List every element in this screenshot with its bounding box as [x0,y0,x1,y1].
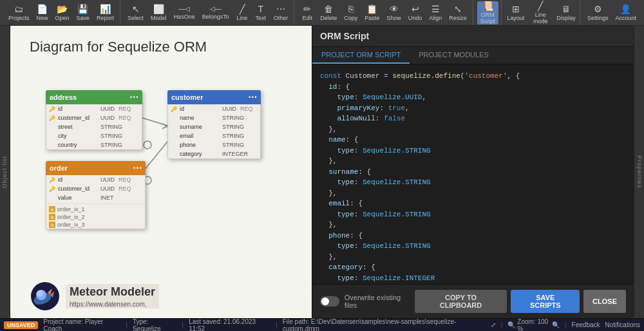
hasone-button[interactable]: —◁ HasOne [171,1,198,24]
open-button[interactable]: 📂 Open [52,1,73,24]
entity-order-header: order ⋯ [46,161,146,175]
align-button[interactable]: ☰ Align [426,1,445,24]
table-row: 🔑 customer_id UUID REQ [46,113,142,122]
statusbar-right: ⤢ | 🔍 Zoom: 100 % 🔍 | Feedback Notificat… [491,318,640,332]
table-row: 🔑 id UUID REQ [46,104,142,113]
orm-script-button[interactable]: 📜 ORM Script [477,1,498,24]
belongsto-icon: ◁— [210,6,222,12]
svg-point-1 [144,141,151,149]
delete-button[interactable]: 🗑 Delete [317,1,340,24]
entity-order[interactable]: order ⋯ 🔑 id UUID REQ 🔑 customer_id UUID… [46,161,146,229]
zoom-in-icon[interactable]: 🔍 [552,321,560,328]
orm-buttons: COPY TO CLIPBOARD SAVE SCRIPTS CLOSE [415,290,626,313]
unsaved-badge: UNSAVED [4,321,38,329]
overwrite-toggle[interactable] [320,296,339,307]
projects-button[interactable]: 🗂 Projects [5,1,33,24]
display-button[interactable]: 🖥 Display [555,1,577,24]
key-icon: 🔑 [49,177,55,183]
list-item: ix order_ix_1 [46,205,145,213]
table-row: 🔑 id UUID REQ [168,104,260,113]
orm-panel: ORM Script PROJECT ORM SCRIPT PROJECT MO… [312,26,634,318]
edit-icon: ✏ [303,5,311,14]
type-info: Type: Sequelize [133,318,177,332]
table-row: 🔑 id UUID REQ [46,175,145,184]
toolbar-group-file: 🗂 Projects 📄 New 📂 Open 💾 Save 📊 Report [3,0,120,25]
toolbar-group-edit: ✏ Edit 🗑 Delete ⎘ Copy 📋 Paste 👁 Show ↩ … [296,0,473,25]
toggle-knob [321,298,329,305]
save-scripts-button[interactable]: SAVE SCRIPTS [511,290,580,313]
model-icon: ⬜ [153,5,164,14]
text-button[interactable]: T Text [252,1,270,24]
close-button[interactable]: CLOSE [583,290,626,313]
edit-button[interactable]: ✏ Edit [298,1,316,24]
file-path: File path: E:\Dev\Datensen\samples\new-s… [283,318,486,332]
table-row: name STRING [168,113,260,122]
entity-address-header: address ⋯ [46,90,142,104]
select-icon: ↖ [132,5,140,14]
report-button[interactable]: 📊 Report [93,1,117,24]
diagram-canvas[interactable]: Diagram for Sequelize ORM address ⋯ 🔑 [10,26,312,318]
delete-icon: 🗑 [324,5,333,14]
zoom-control: 🔍 Zoom: 100 % 🔍 [507,318,560,332]
select-button[interactable]: ↖ Select [124,1,147,24]
belongsto-button[interactable]: ◁— BelongsTo [199,1,232,24]
layout-button[interactable]: ⊞ Layout [506,1,526,24]
notifications-link[interactable]: Notifications [605,321,640,328]
tab-project-orm-script[interactable]: PROJECT ORM SCRIPT [312,47,410,64]
main-area: Object list Diagram for Sequelize ORM ad… [0,26,644,318]
entity-address[interactable]: address ⋯ 🔑 id UUID REQ 🔑 customer_id UU… [46,90,142,150]
display-icon: 🖥 [562,5,571,14]
paste-button[interactable]: 📋 Paste [361,1,383,24]
fullscreen-icon[interactable]: ⤢ [491,321,496,328]
other-button[interactable]: ⋯ Other [270,1,292,24]
table-row: country STRING [46,140,142,149]
table-row: surname STRING [168,122,260,131]
resize-button[interactable]: ⤡ Resize [446,1,470,24]
toolbar-group-settings: ⚙ Settings 👤 Account [582,0,642,25]
copy-icon: ⎘ [348,5,354,14]
undo-button[interactable]: ↩ Undo [405,1,426,24]
entity-customer[interactable]: customer ⋯ 🔑 id UUID REQ name STRING sur [167,90,261,159]
zoom-out-icon[interactable]: 🔍 [507,321,515,328]
last-saved: Last saved: 21.06.2023 11:52 [189,318,270,332]
toolbar-group-tools: ↖ Select ⬜ Model —◁ HasOne ◁— BelongsTo … [122,0,294,25]
account-button[interactable]: 👤 Account [612,1,639,24]
other-icon: ⋯ [276,5,285,14]
layout-icon: ⊞ [512,5,520,14]
copy-button[interactable]: ⎘ Copy [341,1,361,24]
entity-customer-header: customer ⋯ [167,90,261,104]
feedback-link[interactable]: Feedback [572,321,600,328]
new-button[interactable]: 📄 New [33,1,52,24]
table-row: 🔑 customer_id UUID REQ [46,184,145,193]
line-icon: ╱ [240,5,245,14]
index-icon: ix [49,214,55,220]
linemode-button[interactable]: ╱ Line mode [527,1,555,24]
paste-icon: 📋 [366,5,377,14]
tab-project-modules[interactable]: PROJECT MODULES [410,47,498,64]
table-row: value INET [46,193,145,202]
left-sidebar-tab[interactable]: Object list [0,26,10,318]
toolbar: 🗂 Projects 📄 New 📂 Open 💾 Save 📊 Report … [0,0,644,26]
orm-footer: Overwrite existing files COPY TO CLIPBOA… [312,284,634,318]
brand-logo [30,281,61,312]
list-item: ix order_ix_2 [46,213,145,221]
line-button[interactable]: ╱ Line [233,1,251,24]
settings-icon: ⚙ [594,5,602,14]
linemode-icon: ╱ [538,1,543,10]
list-item: ix order_ix_3 [46,221,145,229]
save-icon: 💾 [77,5,88,14]
right-sidebar-tab[interactable]: Properties [634,26,644,318]
zoom-level: Zoom: 100 % [517,318,550,332]
settings-button[interactable]: ⚙ Settings [584,1,612,24]
orm-panel-title: ORM Script [312,26,634,47]
statusbar: UNSAVED Project name: Player Coach | Typ… [0,318,644,331]
projects-icon: 🗂 [14,5,23,14]
fk-icon: 🔑 [49,115,55,121]
undo-icon: ↩ [412,5,419,14]
show-button[interactable]: 👁 Show [383,1,404,24]
save-button[interactable]: 💾 Save [73,1,93,24]
orm-code-area[interactable]: const Customer = sequelize.define('custo… [312,64,634,284]
report-icon: 📊 [100,5,111,14]
model-button[interactable]: ⬜ Model [147,1,170,24]
copy-to-clipboard-button[interactable]: COPY TO CLIPBOARD [415,290,507,313]
